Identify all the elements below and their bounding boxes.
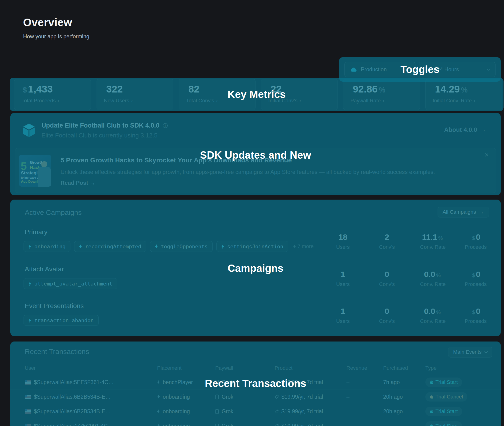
sdk-updates-region: Update Elite Football Club to SDK 4.0.0 … (10, 113, 501, 195)
page-header: Overview How your app is performing (23, 16, 89, 40)
annotation-overlay-recent: Recent Transactions (10, 341, 501, 426)
page-title: Overview (23, 16, 89, 29)
recent-transactions-region: Recent Transactions Main Events User Pla… (10, 341, 501, 426)
annotation-overlay-sdk: SDK Updates and New (10, 113, 501, 195)
annotation-label-key-metrics: Key Metrics (228, 88, 286, 100)
annotation-overlay-key-metrics: Key Metrics (10, 78, 504, 111)
annotation-label-campaigns: Campaigns (228, 263, 283, 274)
annotation-label-recent: Recent Transactions (205, 377, 306, 389)
annotation-label-sdk: SDK Updates and New (200, 149, 311, 161)
annotation-overlay-campaigns: Campaigns (10, 199, 501, 336)
page-subtitle: How your app is performing (23, 33, 89, 40)
active-campaigns-region: Active Campaigns All Campaigns → Primary… (10, 199, 501, 336)
metrics-region: $1,433 Total Proceeds› 322 New Users› 82… (10, 78, 504, 111)
annotation-label-toggles: Toggles (400, 64, 439, 75)
